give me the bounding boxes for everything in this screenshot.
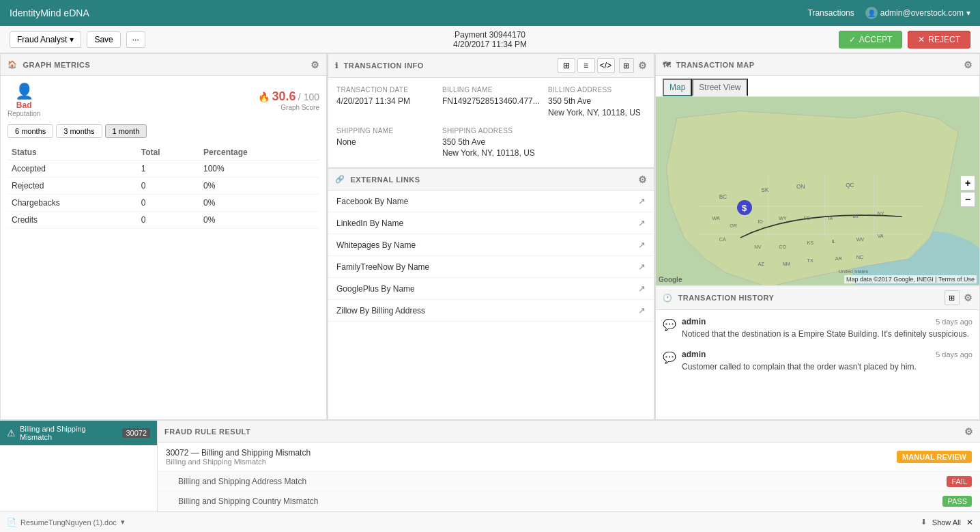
- sub-rule-name: Billing and Shipping Country Mismatch: [178, 496, 318, 506]
- fraud-rule-main-row: 30072 — Billing and Shipping Mismatch Bi…: [158, 443, 980, 472]
- svg-text:CA: CA: [719, 236, 726, 242]
- txn-history-header: 🕐 TRANSACTION HISTORY ⊞ ⚙: [656, 286, 979, 310]
- check-icon: ✓: [849, 35, 856, 44]
- svg-text:SK: SK: [762, 187, 769, 193]
- map-tab-map[interactable]: Map: [663, 79, 692, 96]
- pass-badge: PASS: [942, 496, 972, 507]
- metrics-table: Status Total Percentage Accepted 1 100% …: [8, 145, 319, 229]
- map-placeholder: BC SK ON QC WA OR CA ID WY SD IA MI NY N…: [656, 97, 979, 285]
- list-item[interactable]: LinkedIn By Name ↗: [328, 212, 654, 234]
- external-link-icon: ↗: [638, 240, 646, 250]
- transaction-info-panel: ℹ TRANSACTION INFO ⊞ ≡ </> ⊞ ⚙ TRANSACT: [328, 53, 654, 168]
- time-1month-button[interactable]: 1 month: [105, 124, 147, 138]
- more-options-button[interactable]: ···: [126, 31, 145, 48]
- svg-text:SD: SD: [803, 215, 810, 221]
- txn-info-settings-icon[interactable]: ⚙: [638, 60, 648, 71]
- ext-links-settings-icon[interactable]: ⚙: [638, 174, 648, 185]
- close-button[interactable]: ✕: [966, 518, 973, 527]
- sub-rule-row: Billing and Shipping Country Mismatch PA…: [158, 492, 980, 512]
- history-icon: 🕐: [663, 294, 673, 303]
- note-time: 5 days ago: [936, 350, 972, 359]
- time-6months-button[interactable]: 6 months: [8, 124, 53, 138]
- map-zoom-out-button[interactable]: −: [960, 192, 975, 207]
- svg-text:OR: OR: [730, 223, 737, 229]
- graph-metrics-settings-icon[interactable]: ⚙: [311, 59, 320, 70]
- alert-warning-icon: ⚠: [7, 428, 16, 438]
- map-settings-icon[interactable]: ⚙: [964, 59, 973, 70]
- user-icon: 👤: [865, 7, 878, 19]
- pct-chargebacks: 0%: [199, 195, 319, 212]
- file-dropdown-icon[interactable]: ▾: [121, 518, 125, 527]
- code-view-button[interactable]: </>: [597, 58, 615, 73]
- ext-links-header: 🔗 EXTERNAL LINKS ⚙: [328, 169, 654, 191]
- status-rejected: Rejected: [8, 178, 137, 195]
- svg-text:United States: United States: [839, 268, 869, 275]
- link-icon: 🔗: [335, 175, 345, 184]
- list-item[interactable]: GooglePlus By Name ↗: [328, 278, 654, 300]
- billing-name-field: BILLING NAME FN14927528513460.477...: [442, 86, 540, 119]
- svg-text:AR: AR: [835, 255, 842, 262]
- view-toggle: ⊞ ≡ </>: [558, 58, 615, 73]
- reject-button[interactable]: ✕ REJECT: [908, 31, 970, 48]
- user-menu[interactable]: 👤 admin@overstock.com ▾: [865, 7, 970, 19]
- list-item[interactable]: Zillow By Billing Address ↗: [328, 300, 654, 322]
- status-left: 📄 ResumeTungNguyen (1).doc ▾: [7, 518, 125, 527]
- grid-view-button[interactable]: ⊞: [558, 58, 575, 73]
- sub-rule-row: Billing and Shipping Address Match FAIL: [158, 472, 980, 492]
- show-all-button[interactable]: Show All: [932, 518, 961, 527]
- reputation-score-row: 👤 Bad Reputation 🔥 30.6 / 100 Graph Scor…: [8, 83, 319, 117]
- status-chargebacks: Chargebacks: [8, 195, 137, 212]
- map-zoom-in-button[interactable]: +: [960, 176, 975, 191]
- toolbar-right: ✓ ACCEPT ✕ REJECT: [839, 31, 970, 48]
- table-row: Chargebacks 0 0%: [8, 195, 319, 212]
- status-filename: ResumeTungNguyen (1).doc: [20, 518, 117, 527]
- list-view-button[interactable]: ≡: [577, 58, 595, 73]
- transactions-link[interactable]: Transactions: [808, 8, 854, 18]
- total-chargebacks: 0: [137, 195, 199, 212]
- map-tabs: Map Street View: [656, 76, 979, 97]
- svg-text:IA: IA: [828, 215, 833, 221]
- map-tab-street-view[interactable]: Street View: [692, 79, 747, 96]
- payment-id: Payment 30944170: [453, 30, 527, 40]
- col-total-header: Total: [137, 145, 199, 160]
- history-table-icon[interactable]: ⊞: [945, 290, 960, 305]
- map-dollar-marker: $: [737, 200, 752, 215]
- brand-logo: IdentityMind eDNA: [10, 8, 89, 18]
- download-icon: ⬇: [921, 518, 927, 527]
- list-item[interactable]: FamilyTreeNow By Name ↗: [328, 256, 654, 278]
- svg-text:WA: WA: [712, 215, 720, 221]
- score-fire-icon: 🔥: [258, 92, 270, 102]
- svg-text:QC: QC: [846, 182, 854, 188]
- status-bar: 📄 ResumeTungNguyen (1).doc ▾ ⬇ Show All …: [0, 512, 980, 532]
- pct-credits: 0%: [199, 212, 319, 229]
- time-3months-button[interactable]: 3 months: [56, 124, 102, 138]
- top-nav: IdentityMind eDNA Transactions 👤 admin@o…: [0, 0, 980, 26]
- shipping-name-field: SHIPPING NAME None: [336, 127, 434, 160]
- svg-text:TX: TX: [807, 257, 813, 264]
- txn-info-table-icon[interactable]: ⊞: [619, 58, 634, 73]
- fraud-rule-settings-icon[interactable]: ⚙: [964, 426, 974, 437]
- manual-review-badge: MANUAL REVIEW: [897, 451, 972, 463]
- external-link-icon: ↗: [638, 218, 646, 228]
- note-time: 5 days ago: [936, 318, 972, 326]
- table-row: Rejected 0 0%: [8, 178, 319, 195]
- fraud-analyst-button[interactable]: Fraud Analyst ▾: [10, 31, 81, 48]
- note-author: admin: [682, 317, 706, 326]
- list-item[interactable]: Facebook By Name ↗: [328, 191, 654, 212]
- txn-date-field: TRANSACTION DATE 4/20/2017 11:34 PM: [336, 86, 434, 119]
- svg-text:VA: VA: [878, 233, 884, 239]
- list-item[interactable]: Whitepages By Name ↗: [328, 234, 654, 256]
- svg-text:ON: ON: [796, 184, 805, 190]
- save-button[interactable]: Save: [87, 31, 120, 48]
- dropdown-chevron-icon: ▾: [70, 35, 74, 44]
- fraud-rule-title: 30072 — Billing and Shipping Mismatch: [166, 448, 311, 458]
- svg-text:NM: NM: [782, 261, 790, 267]
- graph-icon: 🏠: [8, 60, 18, 69]
- svg-text:KS: KS: [807, 240, 814, 246]
- accept-button[interactable]: ✓ ACCEPT: [839, 31, 903, 48]
- svg-text:NC: NC: [856, 254, 863, 260]
- billing-name-value: FN14927528513460.477...: [442, 96, 540, 107]
- history-settings-icon[interactable]: ⚙: [964, 292, 973, 303]
- total-accepted: 1: [137, 160, 199, 178]
- svg-text:CO: CO: [779, 244, 786, 250]
